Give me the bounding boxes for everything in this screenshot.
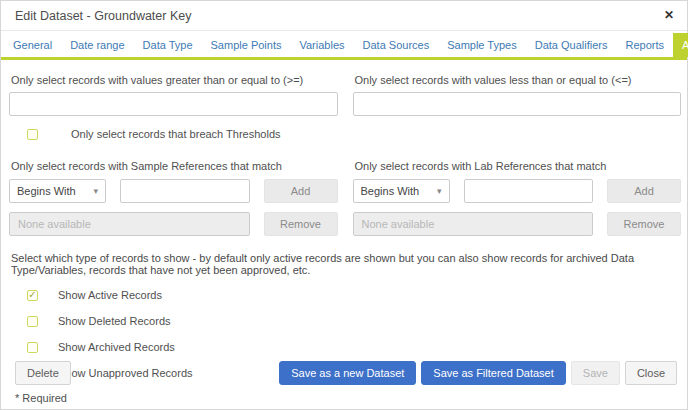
required-note: * Required xyxy=(15,392,67,404)
sample-refs-list: None available xyxy=(9,212,250,236)
lab-references-label: Only select records with Lab References … xyxy=(355,160,680,172)
tab-label: Sample Types xyxy=(447,39,517,51)
close-icon[interactable]: ✕ xyxy=(664,8,674,22)
lte-input[interactable] xyxy=(353,92,682,116)
chevron-down-icon: ▾ xyxy=(93,186,98,196)
tab-label: Reports xyxy=(625,39,664,51)
list-placeholder: None available xyxy=(18,218,91,230)
gte-label: Only select records with values greater … xyxy=(11,74,336,86)
gte-input[interactable] xyxy=(9,92,338,116)
tab-label: General xyxy=(13,39,52,51)
lab-refs-add-button[interactable]: Add xyxy=(607,179,681,203)
lab-refs-remove-button[interactable]: Remove xyxy=(607,212,681,236)
show-archived-records-checkbox[interactable]: ✓ Show Archived Records xyxy=(27,340,681,354)
lab-references-group: Only select records with Lab References … xyxy=(353,156,682,236)
lab-refs-list: None available xyxy=(353,212,594,236)
edit-dataset-dialog: Edit Dataset - Groundwater Key ✕ General… xyxy=(0,0,688,410)
lte-label: Only select records with values less tha… xyxy=(355,74,680,86)
lab-refs-input[interactable] xyxy=(464,179,594,203)
checkbox-label: Show Active Records xyxy=(58,289,162,301)
tab-label: Data Type xyxy=(143,39,193,51)
tab-variables[interactable]: Variables xyxy=(290,33,353,57)
dialog-title: Edit Dataset - Groundwater Key xyxy=(15,9,191,23)
save-as-new-dataset-button[interactable]: Save as a new Dataset xyxy=(279,361,416,385)
close-button[interactable]: Close xyxy=(625,361,677,385)
tab-advanced[interactable]: Advanced xyxy=(673,33,688,57)
tab-bar: General Date range Data Type Sample Poin… xyxy=(1,33,687,60)
lab-refs-match-type-dropdown[interactable]: Begins With ▾ xyxy=(353,179,450,203)
checkbox-icon: ✓ xyxy=(27,342,38,353)
tab-sample-points[interactable]: Sample Points xyxy=(202,33,291,57)
sample-refs-add-button[interactable]: Add xyxy=(264,179,338,203)
tab-label: Data Qualifiers xyxy=(535,39,608,51)
gte-filter-group: Only select records with values greater … xyxy=(9,70,338,116)
checkbox-icon: ✓ xyxy=(27,129,38,140)
record-types-description: Select which type of records to show - b… xyxy=(11,252,679,276)
footer-actions: Save as a new Dataset Save as Filtered D… xyxy=(279,361,677,385)
show-deleted-records-checkbox[interactable]: ✓ Show Deleted Records xyxy=(27,314,681,328)
checkbox-icon: ✓ xyxy=(27,290,38,301)
breach-thresholds-checkbox[interactable]: ✓ Only select records that breach Thresh… xyxy=(27,128,681,140)
chevron-down-icon: ▾ xyxy=(437,186,442,196)
tab-content-advanced: Only select records with values greater … xyxy=(1,60,687,380)
sample-refs-match-type-dropdown[interactable]: Begins With ▾ xyxy=(9,179,106,203)
dialog-titlebar: Edit Dataset - Groundwater Key ✕ xyxy=(1,1,687,31)
show-active-records-checkbox[interactable]: ✓ Show Active Records xyxy=(27,288,681,302)
sample-refs-input[interactable] xyxy=(120,179,250,203)
tab-label: Variables xyxy=(299,39,344,51)
tab-label: Data Sources xyxy=(363,39,430,51)
tab-data-qualifiers[interactable]: Data Qualifiers xyxy=(526,33,617,57)
tab-general[interactable]: General xyxy=(4,33,61,57)
lte-filter-group: Only select records with values less tha… xyxy=(353,70,682,116)
tab-reports[interactable]: Reports xyxy=(616,33,673,57)
sample-references-group: Only select records with Sample Referenc… xyxy=(9,156,338,236)
dropdown-value: Begins With xyxy=(17,185,76,197)
checkbox-check-icon: ✓ xyxy=(28,290,36,300)
checkbox-label: Show Archived Records xyxy=(58,341,175,353)
dropdown-value: Begins With xyxy=(361,185,420,197)
tab-label: Sample Points xyxy=(211,39,282,51)
save-as-filtered-dataset-button[interactable]: Save as Filtered Dataset xyxy=(421,361,565,385)
tab-label: Advanced xyxy=(682,39,688,51)
sample-references-label: Only select records with Sample Referenc… xyxy=(11,160,336,172)
breach-thresholds-label: Only select records that breach Threshol… xyxy=(71,128,281,140)
tab-date-range[interactable]: Date range xyxy=(61,33,133,57)
tab-sample-types[interactable]: Sample Types xyxy=(438,33,526,57)
dialog-footer: Delete Save as a new Dataset Save as Fil… xyxy=(15,361,677,385)
list-placeholder: None available xyxy=(362,218,435,230)
save-button[interactable]: Save xyxy=(571,361,620,385)
sample-refs-remove-button[interactable]: Remove xyxy=(264,212,338,236)
tab-data-sources[interactable]: Data Sources xyxy=(354,33,439,57)
tab-label: Date range xyxy=(70,39,124,51)
checkbox-icon: ✓ xyxy=(27,316,38,327)
checkbox-label: Show Deleted Records xyxy=(58,315,171,327)
tab-data-type[interactable]: Data Type xyxy=(134,33,202,57)
delete-button[interactable]: Delete xyxy=(15,361,71,385)
